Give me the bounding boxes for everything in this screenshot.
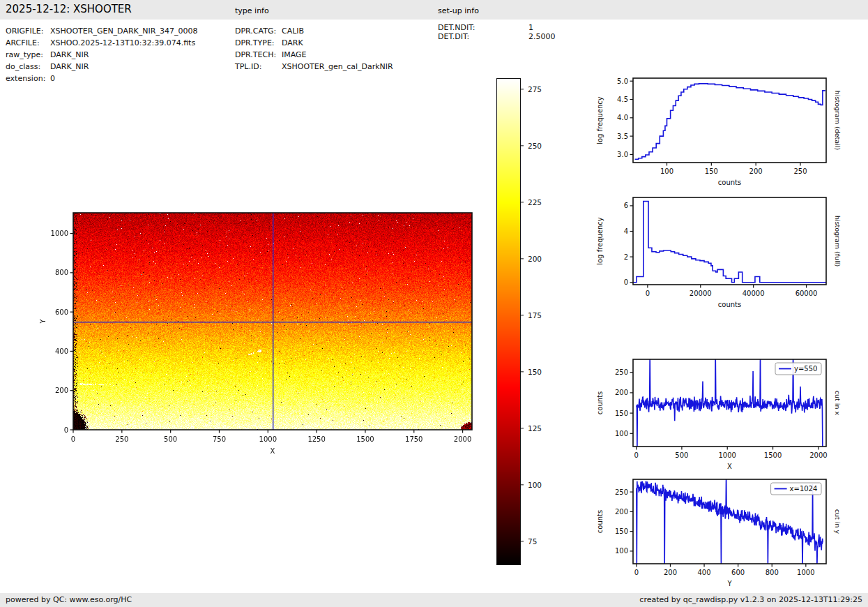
svg-text:1000: 1000 <box>51 230 68 237</box>
svg-text:500: 500 <box>675 451 688 459</box>
info-row: DPR.TECH:IMAGE <box>235 49 393 61</box>
info-value: 1 <box>528 23 533 32</box>
svg-text:1750: 1750 <box>405 435 422 443</box>
plot-cut-in-x: 0500100015002000100150200250Xcountscut i… <box>591 348 868 490</box>
svg-text:histogram (full): histogram (full) <box>834 216 842 267</box>
svg-text:100: 100 <box>615 547 628 555</box>
svg-text:1500: 1500 <box>764 451 782 459</box>
svg-text:2000: 2000 <box>809 451 827 459</box>
info-label: do_class: <box>6 61 50 73</box>
info-row: DET.NDIT:1 <box>438 23 556 32</box>
svg-text:1500: 1500 <box>356 435 374 443</box>
colorbar-tickmark <box>520 484 524 485</box>
svg-text:250: 250 <box>615 368 628 376</box>
colorbar-tick-label: 75 <box>528 537 537 546</box>
svg-text:250: 250 <box>793 167 807 175</box>
svg-text:200: 200 <box>615 508 628 516</box>
svg-text:counts: counts <box>596 391 604 414</box>
colorbar-tickmark <box>520 145 524 146</box>
info-label: DET.DIT: <box>438 32 528 41</box>
svg-text:counts: counts <box>718 179 741 186</box>
info-label: ARCFILE: <box>6 37 50 49</box>
svg-text:log frequency: log frequency <box>596 96 604 144</box>
colorbar-tick-label: 200 <box>528 255 542 263</box>
info-value: DARK <box>282 38 303 47</box>
svg-text:150: 150 <box>705 167 718 175</box>
colorbar-tick-label: 125 <box>528 424 542 433</box>
svg-text:log frequency: log frequency <box>596 217 604 265</box>
type-info-column: DPR.CATG:CALIBDPR.TYPE:DARKDPR.TECH:IMAG… <box>235 25 393 73</box>
svg-text:X: X <box>271 447 275 455</box>
info-label: DPR.TECH: <box>235 49 282 61</box>
file-info-column: ORIGFILE:XSHOOTER_GEN_DARK_NIR_347_0008A… <box>6 25 197 84</box>
info-value: 2.5000 <box>528 32 556 41</box>
colorbar-tick-label: 275 <box>528 85 542 93</box>
svg-text:histogram (detail): histogram (detail) <box>834 91 842 150</box>
qc-report-page: 2025-12-12: XSHOOTER type info set-up in… <box>0 0 868 607</box>
svg-text:0: 0 <box>624 278 628 286</box>
svg-text:200: 200 <box>615 389 628 396</box>
info-label: DPR.TYPE: <box>235 37 282 49</box>
info-row: raw_type:DARK_NIR <box>6 49 197 61</box>
info-value: DARK_NIR <box>50 50 89 59</box>
info-row: DPR.TYPE:DARK <box>235 37 393 49</box>
svg-text:0: 0 <box>64 426 68 434</box>
svg-text:0: 0 <box>646 290 650 297</box>
info-value: IMAGE <box>282 50 307 59</box>
svg-text:40000: 40000 <box>743 290 765 297</box>
svg-text:2: 2 <box>624 253 628 261</box>
colorbar-tickmark <box>520 541 524 541</box>
info-row: DPR.CATG:CALIB <box>235 25 393 37</box>
svg-text:x=1024: x=1024 <box>790 485 818 493</box>
page-title: 2025-12-12: XSHOOTER <box>6 3 132 15</box>
svg-text:1250: 1250 <box>307 435 325 443</box>
svg-text:1000: 1000 <box>797 569 814 576</box>
svg-text:5.0: 5.0 <box>617 77 628 85</box>
svg-text:2000: 2000 <box>454 435 471 443</box>
svg-text:600: 600 <box>731 569 745 576</box>
svg-text:60000: 60000 <box>795 290 818 297</box>
info-label: ORIGFILE: <box>6 25 50 37</box>
svg-text:cut in y: cut in y <box>834 509 842 534</box>
svg-text:0: 0 <box>71 435 75 443</box>
svg-text:1000: 1000 <box>259 435 277 443</box>
info-row: DET.DIT:2.5000 <box>438 32 556 41</box>
footer-powered-by: powered by QC: www.eso.org/HC <box>6 595 132 604</box>
info-row: ARCFILE:XSHOO.2025-12-13T10:32:39.074.fi… <box>6 37 197 49</box>
svg-text:250: 250 <box>615 488 628 496</box>
colorbar-tick-label: 225 <box>528 198 542 207</box>
plot-histogram-detail: 1001502002503.03.54.04.55.0countslog fre… <box>591 67 868 206</box>
info-value: XSHOO.2025-12-13T10:32:39.074.fits <box>50 38 195 47</box>
colorbar-tickmark <box>520 202 524 202</box>
svg-text:750: 750 <box>213 435 226 443</box>
info-row: ORIGFILE:XSHOOTER_GEN_DARK_NIR_347_0008 <box>6 25 197 37</box>
svg-text:200: 200 <box>749 167 763 175</box>
svg-text:3.5: 3.5 <box>617 133 628 140</box>
svg-text:100: 100 <box>615 430 628 437</box>
colorbar-tick-label: 250 <box>528 142 542 150</box>
info-label: extension: <box>6 73 50 84</box>
svg-text:600: 600 <box>55 308 68 316</box>
svg-text:200: 200 <box>664 569 677 576</box>
svg-text:counts: counts <box>718 301 741 308</box>
svg-text:counts: counts <box>596 510 604 533</box>
info-label: raw_type: <box>6 49 50 61</box>
svg-text:y=550: y=550 <box>794 365 817 373</box>
setup-info-section-label: set-up info <box>438 6 479 15</box>
svg-text:500: 500 <box>164 435 177 443</box>
svg-text:Y: Y <box>39 319 47 324</box>
svg-text:cut in x: cut in x <box>834 391 842 416</box>
colorbar-tick-label: 100 <box>528 481 542 489</box>
svg-text:Y: Y <box>726 580 732 587</box>
colorbar-tickmark <box>520 89 524 90</box>
info-value: 0 <box>50 74 55 83</box>
info-label: TPL.ID: <box>235 61 282 73</box>
info-value: CALIB <box>282 27 304 36</box>
svg-text:4.5: 4.5 <box>617 96 628 103</box>
info-label: DPR.CATG: <box>235 25 282 37</box>
svg-text:20000: 20000 <box>690 290 712 297</box>
svg-text:100: 100 <box>660 167 673 175</box>
svg-text:250: 250 <box>115 435 128 443</box>
info-value: XSHOOTER_GEN_DARK_NIR_347_0008 <box>50 27 197 36</box>
svg-text:200: 200 <box>55 387 68 394</box>
